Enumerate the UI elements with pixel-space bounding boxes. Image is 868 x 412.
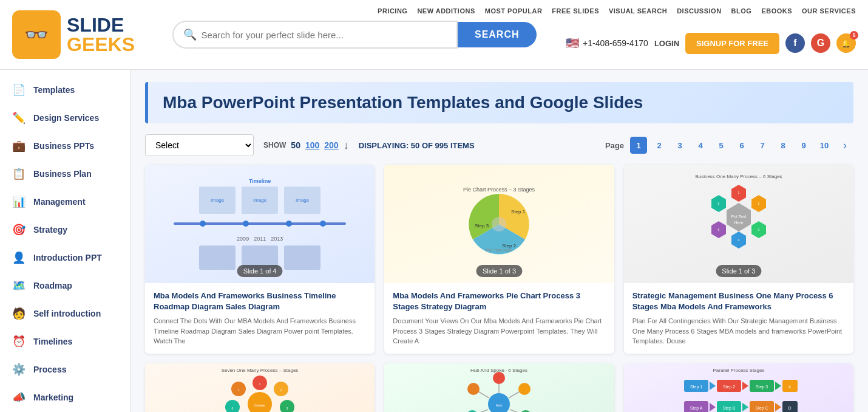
ebooks-link[interactable]: EBOOKS [761,7,792,15]
notification-icon[interactable]: 🔔 5 [836,33,856,53]
svg-text:Put Text: Put Text [731,215,746,219]
logo-text: SLIDE GEEKS [67,15,135,54]
sidebar-label-marketing: Marketing [33,393,73,402]
discussion-link[interactable]: DISCUSSION [677,7,721,15]
svg-marker-74 [775,403,781,411]
slide-grid: Timeline Image Image Image [145,165,853,412]
slide-thumbnail-1: Timeline Image Image Image [145,165,375,283]
svg-text:6: 6 [232,407,234,410]
sidebar-item-process[interactable]: ⚙️ Process [0,355,130,383]
sort-select[interactable]: Select Sort by Newest Sort by Popular So… [145,134,254,156]
slide-card-3[interactable]: Business One Many Process – 6 Stages Put… [624,165,853,354]
slide-card-4[interactable]: Seven One Many Process – Stages Center 1… [145,363,375,412]
logo-geeks: GEEKS [67,35,135,54]
sidebar-item-templates[interactable]: 📄 Templates [0,76,130,104]
pricing-link[interactable]: PRICING [378,7,407,15]
slide-thumbnail-2: Pie Chart Process – 3 Stages Step 1 Step… [384,165,614,283]
timelines-icon: ⏰ [12,334,26,349]
search-button[interactable]: SEARCH [458,22,537,47]
slide-card-2[interactable]: Pie Chart Process – 3 Stages Step 1 Step… [384,165,614,354]
top-right: 🇺🇸 +1-408-659-4170 LOGIN SIGNUP FOR FREE… [566,33,856,54]
show-section: SHOW 50 100 200 ↓ [263,139,349,152]
page-2[interactable]: 2 [651,137,668,154]
page-label: Page [605,141,624,150]
sidebar-label-self-introduction: Self introduction [33,309,101,318]
free-slides-link[interactable]: FREE SLIDES [552,7,599,15]
sidebar-item-strategy[interactable]: 🎯 Strategy [0,216,130,244]
sidebar-label-design-services: Design Services [33,113,99,123]
slide-thumbnail-6: Parallel Process Stages Step 1 Step 2 St… [624,363,853,412]
strategy-icon: 🎯 [12,222,26,237]
sidebar: 📄 Templates ✏️ Design Services 💼 Busines… [0,70,131,412]
slide-card-5[interactable]: Hub And Spoke– 6 Stages Hub [384,363,614,412]
templates-icon: 📄 [12,83,26,97]
page-3[interactable]: 3 [671,137,688,154]
hexagon-svg: Business One Many Process – 6 Stages Put… [672,170,805,279]
svg-text:4: 4 [737,238,739,242]
new-additions-link[interactable]: NEW ADDITIONS [417,7,475,15]
page-8[interactable]: 8 [775,137,792,154]
sidebar-item-introduction-ppt[interactable]: 👤 Introduction PPT [0,244,130,272]
sidebar-item-business-ppts[interactable]: 💼 Business PPTs [0,132,130,160]
svg-text:Business One Many Process – 6 : Business One Many Process – 6 Stages [695,174,782,179]
page-1[interactable]: 1 [630,137,647,154]
seven-visual: Seven One Many Process – Stages Center 1… [145,363,375,412]
slide-thumbnail-5: Hub And Spoke– 6 Stages Hub [384,363,614,412]
page-4[interactable]: 4 [692,137,709,154]
sidebar-item-roadmap[interactable]: 🗺️ Roadmap [0,272,130,300]
page-10[interactable]: 10 [816,137,833,154]
parallel-svg: Parallel Process Stages Step 1 Step 2 St… [672,365,805,412]
search-input[interactable] [202,30,447,40]
signup-button[interactable]: SIGNUP FOR FREE [685,33,779,54]
svg-text:2: 2 [280,388,282,392]
slide-card-6[interactable]: Parallel Process Stages Step 1 Step 2 St… [624,363,853,412]
sort-arrow-icon[interactable]: ↓ [344,139,349,152]
page-7[interactable]: 7 [754,137,771,154]
svg-marker-68 [710,403,716,411]
svg-marker-57 [710,382,716,390]
show-label: SHOW [263,141,286,149]
sidebar-item-design-services[interactable]: ✏️ Design Services [0,104,130,132]
slide-info-3: Strategic Management Business One Many P… [624,283,853,354]
slide-desc-1: Connect The Dots With Our MBA Models And… [154,316,366,346]
sidebar-item-self-introduction[interactable]: 🧑 Self introduction [0,300,130,328]
svg-text:7: 7 [238,388,240,392]
svg-text:Step B: Step B [722,406,735,411]
show-count-200[interactable]: 200 [324,140,338,150]
page-next-icon[interactable]: › [836,137,853,154]
svg-marker-63 [775,382,781,390]
page-6[interactable]: 6 [733,137,750,154]
login-button[interactable]: LOGIN [654,39,679,48]
blog-link[interactable]: BLOG [731,7,752,15]
page-header: Mba PowerPoint Presentation Templates an… [145,82,853,123]
visual-search-link[interactable]: VISUAL SEARCH [609,7,667,15]
show-count-50[interactable]: 50 [291,140,300,150]
filter-bar: Select Sort by Newest Sort by Popular So… [145,134,853,156]
sidebar-item-marketing[interactable]: 📣 Marketing [0,383,130,411]
facebook-icon[interactable]: f [785,33,805,53]
business-plan-icon: 📋 [12,167,26,181]
slide-card-1[interactable]: Timeline Image Image Image [145,165,375,354]
google-icon[interactable]: G [811,33,830,53]
sidebar-label-timelines: Timelines [33,337,72,346]
sidebar-item-business-plan[interactable]: 📋 Business Plan [0,160,130,188]
svg-text:Seven One Many Process – Stage: Seven One Many Process – Stages [222,368,299,373]
svg-line-46 [510,410,523,412]
sidebar-item-timelines[interactable]: ⏰ Timelines [0,328,130,355]
sidebar-label-introduction-ppt: Introduction PPT [33,253,102,263]
content-area: Mba PowerPoint Presentation Templates an… [131,70,868,412]
svg-text:Step A: Step A [690,406,703,411]
show-count-100[interactable]: 100 [305,140,319,150]
svg-text:5: 5 [717,228,719,232]
sidebar-label-templates: Templates [33,85,75,95]
slide-info-2: Mba Models And Frameworks Pie Chart Proc… [384,283,614,354]
pie-chart-svg: Pie Chart Process – 3 Stages Step 1 Step… [456,182,541,267]
page-5[interactable]: 5 [713,137,730,154]
slide-title-1: Mba Models And Frameworks Business Timel… [154,290,366,312]
svg-point-40 [488,393,510,412]
our-services-link[interactable]: OUR SERVICES [802,7,856,15]
sidebar-item-management[interactable]: 📊 Management [0,188,130,216]
most-popular-link[interactable]: MOST POPULAR [485,7,543,15]
page-9[interactable]: 9 [795,137,812,154]
search-box: 🔍 [172,21,458,49]
